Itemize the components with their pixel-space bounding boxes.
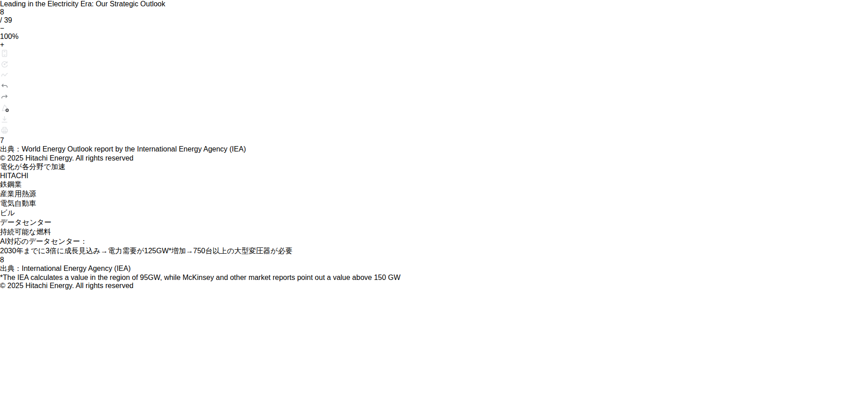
document-title: Leading in the Electricity Era: Our Stra… (0, 0, 868, 8)
print-icon (0, 126, 9, 135)
growth-part: に成長見込み (57, 247, 101, 255)
drive-add-icon (0, 103, 10, 113)
copyright-notice: © 2025 Hitachi Energy. All rights reserv… (0, 282, 868, 290)
download-icon (0, 115, 9, 124)
pdf-page-8: 電化が各分野で加速 HITACHI 鉄鋼業 産業用熱源 電気自動車 ビル データ… (0, 162, 868, 290)
arrow-glyph: → (186, 247, 193, 255)
sector-label-fuel: 持続可能な燃料 (0, 227, 868, 237)
download-button[interactable] (0, 115, 868, 126)
zoom-level: 100% (0, 33, 868, 41)
slide-header: 電化が各分野で加速 HITACHI (0, 162, 868, 180)
page-number-input[interactable]: 8 (0, 8, 868, 16)
growth-part-highlight: 3倍 (46, 247, 57, 255)
draw-annotate-button[interactable] (0, 71, 868, 81)
redo-icon (0, 92, 9, 101)
sector-label-ev: 電気自動車 (0, 199, 868, 208)
sector-label-buildings: ビル (0, 208, 868, 218)
pdf-toolbar: Leading in the Electricity Era: Our Stra… (0, 0, 868, 137)
arrow-glyph: → (100, 247, 108, 255)
sector-label-datacenter: データセンター (0, 218, 868, 227)
minus-icon: − (0, 24, 4, 32)
pdf-viewport: 7 出典：World Energy Outlook report by the … (0, 137, 868, 290)
footnote-text: *The IEA calculates a value in the regio… (0, 274, 868, 282)
zoom-out-button[interactable]: − (0, 24, 868, 33)
rotate-icon (0, 60, 9, 69)
growth-part: 2030年までに (0, 247, 46, 255)
growth-part: 電力需要が (108, 247, 144, 255)
growth-statement-band: AI対応のデータセンター： 2030年までに3倍に成長見込み→電力需要が125G… (0, 237, 868, 256)
pdf-page-7: 7 出典：World Energy Outlook report by the … (0, 137, 868, 162)
growth-part: の大型変圧器が必要 (227, 247, 292, 255)
ink-squiggle-icon (0, 71, 9, 80)
hitachi-logo: HITACHI (0, 172, 868, 180)
sector-label-steel: 鉄鋼業 (0, 180, 868, 189)
toolbar-right-controls (0, 103, 868, 137)
growth-part-highlight: 750台以上 (193, 247, 227, 255)
plus-icon: + (0, 41, 4, 48)
copyright-notice: © 2025 Hitachi Energy. All rights reserv… (0, 154, 868, 162)
undo-icon (0, 81, 9, 90)
print-button[interactable] (0, 126, 868, 137)
page-total-label: / 39 (0, 16, 868, 24)
pdf-viewer-window: Leading in the Electricity Era: Our Stra… (0, 0, 868, 290)
source-citation: 出典：International Energy Agency (IEA) (0, 264, 868, 274)
growth-line: 2030年までに3倍に成長見込み→電力需要が125GW*増加→750台以上の大型… (0, 246, 868, 256)
fit-page-icon (0, 49, 9, 58)
toolbar-center-controls: 8 / 39 − 100% + (0, 8, 868, 103)
rotate-button[interactable] (0, 60, 868, 71)
slide-title: 電化が各分野で加速 (0, 162, 868, 172)
growth-part-highlight: 125GW (144, 247, 169, 255)
redo-button[interactable] (0, 92, 868, 103)
save-to-drive-button[interactable] (0, 103, 868, 115)
sector-label-heat: 産業用熱源 (0, 189, 868, 199)
undo-button[interactable] (0, 81, 868, 92)
slide-page-number: 7 (0, 137, 868, 145)
slide-page-number: 8 (0, 256, 868, 264)
growth-part: *増加 (169, 247, 186, 255)
fit-page-button[interactable] (0, 49, 868, 60)
zoom-in-button[interactable]: + (0, 41, 868, 49)
source-citation: 出典：World Energy Outlook report by the In… (0, 145, 868, 154)
sector-label-row: 鉄鋼業 産業用熱源 電気自動車 ビル データセンター 持続可能な燃料 (0, 180, 868, 237)
growth-headline: AI対応のデータセンター： (0, 237, 868, 246)
